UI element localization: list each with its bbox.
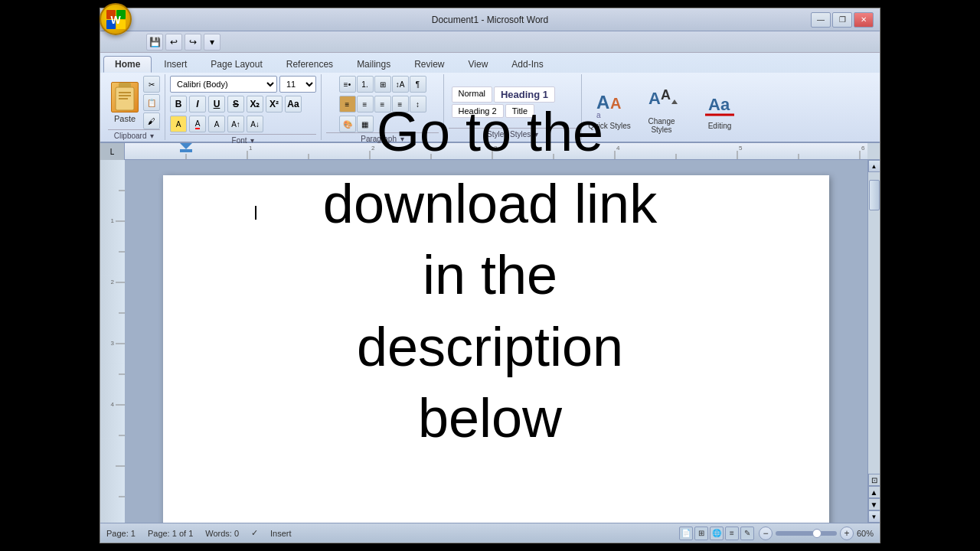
shading-button[interactable]: 🎨 [339,116,356,132]
grow-font-button[interactable]: A↑ [227,116,244,132]
clear-format-button[interactable]: Aa [285,96,302,112]
editing-icon: Aa [701,85,738,122]
align-left-button[interactable]: ≡ [339,96,356,112]
zoom-controls: − + 60% [759,527,874,540]
restore-button[interactable]: ❐ [832,12,852,28]
svg-text:A: A [661,87,671,103]
minimize-button[interactable]: — [811,12,831,28]
sort-button[interactable]: ↕A [392,76,409,93]
scrollbar-track [869,172,880,474]
italic-button[interactable]: I [189,96,206,112]
vertical-ruler: 1 2 3 4 [100,160,125,523]
svg-text:6: 6 [861,145,865,152]
paragraph-group: ≡• 1. ⊞ ↕A ¶ ≡ ≡ ≡ ≡ ↕ 🎨 [322,74,444,140]
font-name-select[interactable]: Calibri (Body) [170,76,277,93]
next-page-button[interactable]: ▼ [868,498,880,510]
zoom-slider[interactable] [776,531,837,536]
spell-check-icon[interactable]: ✓ [251,528,258,538]
zoom-slider-thumb[interactable] [812,529,822,538]
align-center-button[interactable]: ≡ [357,96,374,112]
format-painter-button[interactable]: 🖌 [143,112,160,129]
bullets-button[interactable]: ≡• [339,76,356,93]
strikethrough-button[interactable]: S [227,96,244,112]
subscript-button[interactable]: X₂ [247,96,263,112]
close-button[interactable]: ✕ [854,12,874,28]
tab-insert[interactable]: Insert [152,56,198,73]
font-color-button[interactable]: A [189,116,206,132]
zoom-out-button[interactable]: − [759,527,773,540]
words-indicator: Words: 0 [205,529,239,538]
svg-marker-15 [671,99,678,104]
office-button[interactable]: W [100,3,132,35]
scroll-up-button[interactable]: ▲ [868,160,880,172]
view-options-button[interactable]: ⊡ [868,474,880,486]
outline-button[interactable]: ≡ [725,527,739,540]
align-right-button[interactable]: ≡ [374,96,391,112]
borders-button[interactable]: ▦ [357,116,374,132]
draft-button[interactable]: ✎ [740,527,754,540]
paragraph-label: Paragraph ▾ [326,132,439,143]
quick-styles-button[interactable]: A A a Quick Styles [586,85,632,130]
font-size-select[interactable]: 11 [279,76,316,93]
multilevel-list-button[interactable]: ⊞ [374,76,391,93]
scroll-down-button[interactable]: ▼ [868,510,880,523]
paste-icon [111,82,139,112]
paste-button[interactable]: Paste [108,80,142,125]
highlight-color-button[interactable]: A [170,116,187,132]
styles-expand-icon[interactable]: ▾ [534,130,538,139]
customize-quick-btn[interactable]: ▾ [204,34,220,51]
cut-button[interactable]: ✂ [143,76,160,93]
horizontal-ruler: 1 2 3 4 5 6 [125,143,867,160]
print-layout-button[interactable]: 📄 [679,527,693,540]
title-bar: Document1 - Microsoft Word — ❐ ✕ [100,8,880,31]
h1-style-item[interactable]: Heading 1 [494,86,555,103]
editing-button[interactable]: Aa Editing [697,85,743,130]
full-screen-button[interactable]: ⊞ [694,527,708,540]
clipboard-expand-icon[interactable]: ▾ [150,132,154,140]
line-spacing-button[interactable]: ↕ [410,96,426,112]
text-effects-button[interactable]: A [208,116,225,132]
superscript-button[interactable]: X² [266,96,283,112]
svg-text:a: a [596,111,601,119]
bold-button[interactable]: B [170,96,187,112]
justify-button[interactable]: ≡ [392,96,409,112]
tab-references[interactable]: References [275,56,345,73]
redo-quick-btn[interactable]: ↪ [185,34,201,51]
document-page[interactable] [163,175,829,523]
document-scroll-area[interactable] [125,160,867,523]
ruler-corner[interactable]: L [100,143,125,160]
svg-text:2: 2 [111,279,115,285]
tab-page-layout[interactable]: Page Layout [199,56,273,73]
tab-home[interactable]: Home [103,56,152,73]
undo-quick-btn[interactable]: ↩ [165,34,182,51]
tab-view[interactable]: View [457,56,500,73]
insert-mode[interactable]: Insert [270,529,292,538]
ribbon-content: Paste ✂ 📋 🖌 Clipboard ▾ [100,73,880,142]
h2-style-item[interactable]: Heading 2 [452,104,504,118]
copy-button[interactable]: 📋 [143,94,160,111]
status-bar: Page: 1 Page: 1 of 1 Words: 0 ✓ Insert 📄… [100,523,880,543]
shrink-font-button[interactable]: A↓ [247,116,263,132]
svg-text:1: 1 [111,217,115,224]
normal-style-item[interactable]: Normal [452,86,492,103]
underline-button[interactable]: U [208,96,225,112]
save-quick-btn[interactable]: 💾 [146,34,163,51]
page-indicator: Page: 1 [106,529,136,538]
window-title: Document1 - Microsoft Word [432,15,549,25]
scrollbar-thumb[interactable] [869,180,880,210]
tab-review[interactable]: Review [403,56,456,73]
paragraph-expand-icon[interactable]: ▾ [400,135,404,143]
tab-mailings[interactable]: Mailings [345,56,402,73]
change-styles-button[interactable]: A A Change Styles [639,80,684,134]
zoom-in-button[interactable]: + [840,527,854,540]
numbering-button[interactable]: 1. [357,76,374,93]
svg-text:2: 2 [371,145,375,152]
svg-rect-38 [180,149,192,152]
prev-page-button[interactable]: ▲ [868,486,880,498]
tab-add-ins[interactable]: Add-Ins [500,56,554,73]
svg-text:W: W [110,14,121,26]
svg-text:3: 3 [494,145,498,152]
title-style-item[interactable]: Title [505,104,534,118]
web-layout-button[interactable]: 🌐 [710,527,724,540]
show-hide-button[interactable]: ¶ [410,76,426,93]
